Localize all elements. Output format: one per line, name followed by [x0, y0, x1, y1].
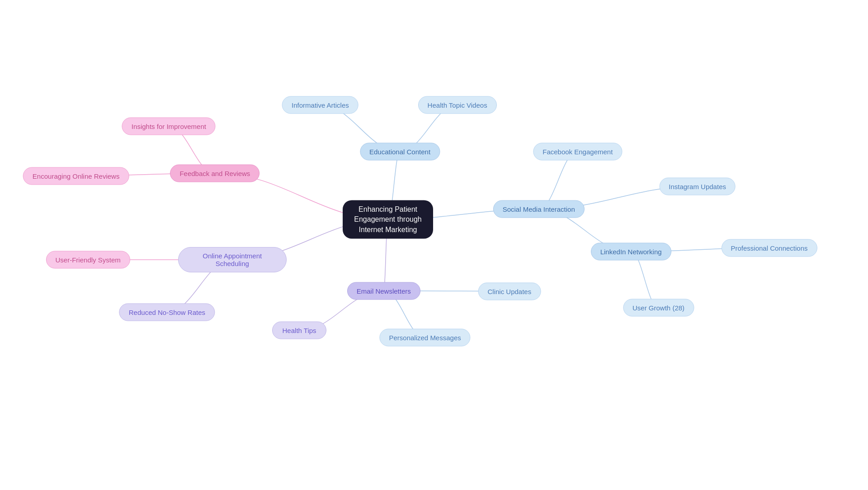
node-online_appointment[interactable]: Online Appointment Scheduling — [178, 247, 287, 272]
node-instagram[interactable]: Instagram Updates — [659, 177, 736, 195]
node-clinic_updates[interactable]: Clinic Updates — [478, 282, 541, 300]
node-user_growth[interactable]: User Growth (28) — [623, 299, 694, 316]
mind-map-container: Enhancing Patient Engagement through Int… — [0, 0, 868, 490]
node-facebook[interactable]: Facebook Engagement — [533, 143, 622, 160]
node-reduced_noshow[interactable]: Reduced No-Show Rates — [119, 303, 215, 321]
node-user_friendly[interactable]: User-Friendly System — [46, 251, 130, 268]
node-feedback_reviews[interactable]: Feedback and Reviews — [170, 164, 259, 182]
node-social_media[interactable]: Social Media Interaction — [493, 200, 585, 218]
node-center[interactable]: Enhancing Patient Engagement through Int… — [343, 200, 433, 238]
node-health_topic_videos[interactable]: Health Topic Videos — [418, 96, 497, 114]
node-health_tips[interactable]: Health Tips — [272, 322, 326, 339]
node-encouraging_reviews[interactable]: Encouraging Online Reviews — [23, 167, 129, 185]
node-educational_content[interactable]: Educational Content — [360, 143, 440, 160]
node-professional_connections[interactable]: Professional Connections — [721, 239, 817, 257]
node-insights_improvement[interactable]: Insights for Improvement — [122, 118, 216, 135]
node-email_newsletters[interactable]: Email Newsletters — [347, 282, 420, 300]
node-linkedin[interactable]: LinkedIn Networking — [591, 243, 671, 260]
node-personalized_messages[interactable]: Personalized Messages — [379, 329, 470, 347]
node-informative_articles[interactable]: Informative Articles — [282, 96, 359, 114]
